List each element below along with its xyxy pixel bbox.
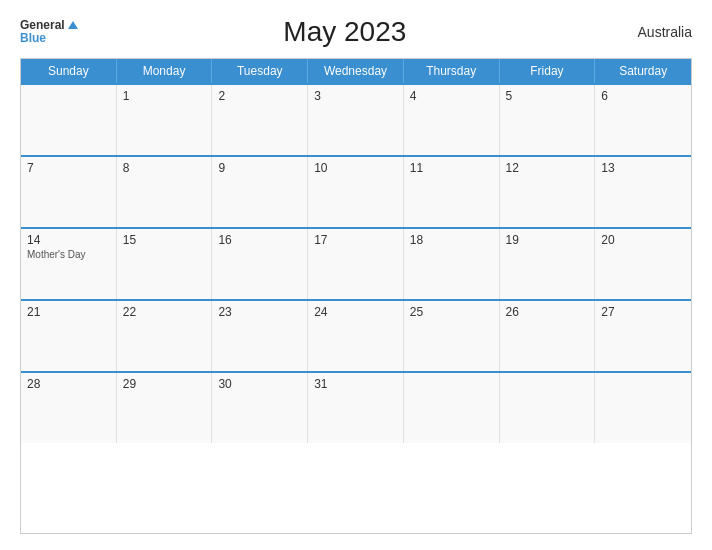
days-header: SundayMondayTuesdayWednesdayThursdayFrid… [21, 59, 691, 83]
calendar-title: May 2023 [78, 16, 612, 48]
day-number: 1 [123, 89, 206, 103]
day-number: 15 [123, 233, 206, 247]
day-cell: 21 [21, 301, 117, 371]
day-number: 13 [601, 161, 685, 175]
day-cell: 1 [117, 85, 213, 155]
day-header-monday: Monday [117, 59, 213, 83]
day-number: 25 [410, 305, 493, 319]
day-number: 29 [123, 377, 206, 391]
day-number: 23 [218, 305, 301, 319]
day-number: 9 [218, 161, 301, 175]
day-header-sunday: Sunday [21, 59, 117, 83]
day-cell [500, 373, 596, 443]
week-row-2: 78910111213 [21, 155, 691, 227]
day-cell: 18 [404, 229, 500, 299]
day-number: 22 [123, 305, 206, 319]
day-cell [21, 85, 117, 155]
weeks-container: 1234567891011121314Mother's Day151617181… [21, 83, 691, 443]
day-cell: 3 [308, 85, 404, 155]
day-number: 19 [506, 233, 589, 247]
day-cell: 29 [117, 373, 213, 443]
day-cell: 26 [500, 301, 596, 371]
day-number: 8 [123, 161, 206, 175]
day-cell: 28 [21, 373, 117, 443]
day-cell: 27 [595, 301, 691, 371]
day-number: 26 [506, 305, 589, 319]
day-number: 24 [314, 305, 397, 319]
day-cell: 23 [212, 301, 308, 371]
day-number: 4 [410, 89, 493, 103]
day-number: 14 [27, 233, 110, 247]
day-cell [595, 373, 691, 443]
day-number: 11 [410, 161, 493, 175]
day-number: 7 [27, 161, 110, 175]
day-cell: 24 [308, 301, 404, 371]
day-number: 5 [506, 89, 589, 103]
day-cell: 14Mother's Day [21, 229, 117, 299]
day-number: 18 [410, 233, 493, 247]
day-cell: 31 [308, 373, 404, 443]
day-number: 27 [601, 305, 685, 319]
day-number: 12 [506, 161, 589, 175]
day-header-tuesday: Tuesday [212, 59, 308, 83]
day-number: 31 [314, 377, 397, 391]
day-header-friday: Friday [500, 59, 596, 83]
day-cell: 7 [21, 157, 117, 227]
day-cell: 15 [117, 229, 213, 299]
day-number: 2 [218, 89, 301, 103]
day-cell: 12 [500, 157, 596, 227]
country-label: Australia [612, 24, 692, 40]
week-row-5: 28293031 [21, 371, 691, 443]
day-number: 28 [27, 377, 110, 391]
logo: General Blue [20, 19, 78, 45]
day-number: 30 [218, 377, 301, 391]
day-number: 3 [314, 89, 397, 103]
week-row-1: 123456 [21, 83, 691, 155]
day-number: 21 [27, 305, 110, 319]
day-number: 20 [601, 233, 685, 247]
day-number: 6 [601, 89, 685, 103]
day-header-wednesday: Wednesday [308, 59, 404, 83]
day-cell: 9 [212, 157, 308, 227]
day-number: 10 [314, 161, 397, 175]
day-cell: 6 [595, 85, 691, 155]
day-number: 16 [218, 233, 301, 247]
day-cell: 10 [308, 157, 404, 227]
day-cell: 30 [212, 373, 308, 443]
week-row-3: 14Mother's Day151617181920 [21, 227, 691, 299]
day-cell: 13 [595, 157, 691, 227]
day-cell: 19 [500, 229, 596, 299]
day-cell: 25 [404, 301, 500, 371]
page: General Blue May 2023 Australia SundayMo… [0, 0, 712, 550]
day-header-thursday: Thursday [404, 59, 500, 83]
day-header-saturday: Saturday [595, 59, 691, 83]
header: General Blue May 2023 Australia [20, 16, 692, 48]
day-number: 17 [314, 233, 397, 247]
calendar: SundayMondayTuesdayWednesdayThursdayFrid… [20, 58, 692, 534]
day-cell: 8 [117, 157, 213, 227]
day-cell: 4 [404, 85, 500, 155]
day-cell: 11 [404, 157, 500, 227]
day-cell: 5 [500, 85, 596, 155]
day-cell: 22 [117, 301, 213, 371]
day-cell: 2 [212, 85, 308, 155]
day-cell [404, 373, 500, 443]
day-cell: 17 [308, 229, 404, 299]
day-event: Mother's Day [27, 249, 110, 260]
day-cell: 16 [212, 229, 308, 299]
logo-blue-text: Blue [20, 32, 46, 45]
day-cell: 20 [595, 229, 691, 299]
week-row-4: 21222324252627 [21, 299, 691, 371]
